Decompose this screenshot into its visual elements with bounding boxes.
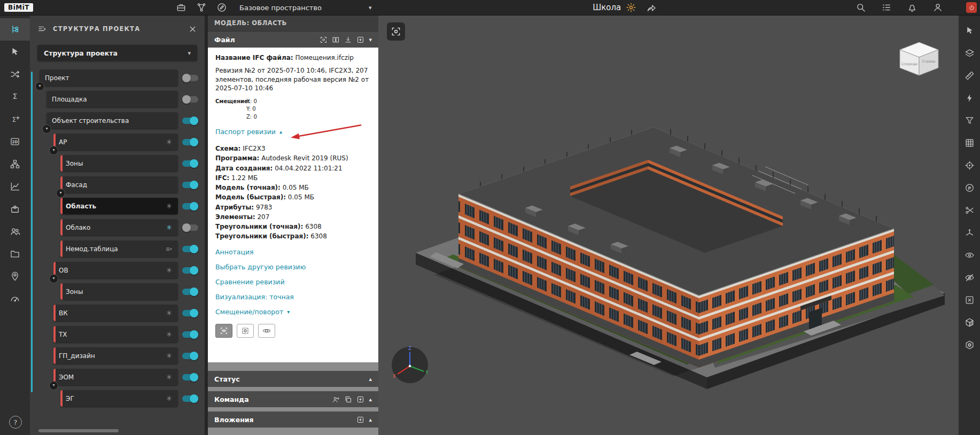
links-icon[interactable] bbox=[0, 63, 30, 86]
horizontal-scrollbar[interactable] bbox=[38, 429, 119, 432]
caret-up-icon[interactable]: ▴ bbox=[369, 416, 372, 423]
visibility-toggle[interactable] bbox=[182, 246, 198, 252]
attachments-section-header[interactable]: Вложения ▴ bbox=[208, 411, 378, 428]
copy-icon[interactable] bbox=[344, 395, 352, 403]
hierarchy-icon[interactable] bbox=[0, 153, 30, 175]
dashboard-icon[interactable] bbox=[0, 288, 30, 310]
passport-link[interactable]: Паспорт ревизии▴ bbox=[215, 128, 282, 136]
caret-up-icon[interactable]: ▴ bbox=[369, 376, 372, 383]
status-section-header[interactable]: Статус ▴ bbox=[208, 371, 378, 387]
file-section-header[interactable]: Файл ▾ bbox=[208, 31, 378, 48]
tree-row-vk[interactable]: ВК bbox=[53, 305, 178, 321]
expander-icon[interactable]: ▾ bbox=[49, 274, 58, 283]
axes-icon[interactable] bbox=[959, 221, 980, 244]
visibility-toggle[interactable] bbox=[182, 331, 198, 338]
share-icon[interactable] bbox=[646, 2, 657, 13]
tree-row-gp-design[interactable]: ГП_дизайн bbox=[53, 347, 178, 364]
2d-view-icon[interactable] bbox=[0, 130, 30, 153]
structure-mode-dropdown[interactable]: Структура проекта ▾ bbox=[37, 45, 197, 61]
tree-row-nonmodel-table[interactable]: Немод.таблица bbox=[60, 240, 178, 257]
add-icon[interactable] bbox=[356, 416, 364, 424]
tree-row-ar[interactable]: АР▾ bbox=[53, 134, 178, 150]
geo-position-icon[interactable] bbox=[0, 265, 30, 288]
team-icon[interactable] bbox=[0, 220, 30, 243]
view-settings-icon[interactable] bbox=[959, 333, 980, 356]
download-icon[interactable] bbox=[344, 36, 352, 44]
visibility-toggle[interactable] bbox=[182, 160, 198, 167]
offset-rotate-link[interactable]: Смещение/поворот▾ bbox=[215, 308, 371, 316]
visibility-toggle[interactable] bbox=[182, 395, 198, 402]
calculations-icon[interactable] bbox=[0, 86, 30, 108]
section-cut-icon[interactable] bbox=[959, 199, 980, 221]
expander-icon[interactable]: ▾ bbox=[35, 82, 44, 91]
network-icon[interactable] bbox=[196, 2, 207, 13]
help-button[interactable]: ? bbox=[9, 416, 22, 429]
quick-actions-icon[interactable] bbox=[959, 87, 980, 109]
add-user-icon[interactable] bbox=[332, 395, 340, 403]
workspace-selector[interactable]: Базовое пространство bbox=[239, 4, 322, 12]
visibility-toggle[interactable] bbox=[182, 139, 198, 145]
add-icon[interactable] bbox=[356, 395, 364, 403]
focus-element-icon[interactable] bbox=[959, 154, 980, 176]
expander-icon[interactable]: ▾ bbox=[49, 381, 58, 390]
user-icon[interactable] bbox=[932, 2, 943, 13]
visibility-toggle[interactable] bbox=[182, 310, 198, 316]
tree-row-project[interactable]: Проект▾ bbox=[40, 69, 178, 86]
visibility-toggle[interactable] bbox=[182, 182, 198, 188]
navigation-cube[interactable]: Спереди Справа bbox=[893, 35, 945, 82]
choose-revision-link[interactable]: Выбрать другую ревизию bbox=[215, 263, 371, 271]
columns-icon[interactable] bbox=[332, 36, 340, 44]
tree-row-facade[interactable]: Фасад▾ bbox=[60, 176, 178, 193]
archive-icon[interactable] bbox=[176, 2, 186, 13]
view-orbit-button[interactable] bbox=[258, 324, 275, 338]
shared-projects-icon[interactable] bbox=[0, 243, 30, 265]
alert-button[interactable] bbox=[966, 2, 977, 13]
visibility-toggle[interactable] bbox=[182, 289, 198, 295]
bell-icon[interactable] bbox=[907, 2, 917, 13]
visualization-link[interactable]: Визуализация: точная bbox=[215, 293, 371, 301]
tree-row-zones[interactable]: Зоны bbox=[60, 155, 178, 172]
visibility-toggle[interactable] bbox=[182, 224, 198, 231]
visibility-toggle[interactable] bbox=[182, 353, 198, 359]
visibility-toggle[interactable] bbox=[182, 96, 198, 103]
visibility-toggle[interactable] bbox=[182, 75, 198, 81]
shading-mode-icon[interactable] bbox=[959, 311, 980, 333]
plugins-icon[interactable] bbox=[0, 198, 30, 220]
tree-row-region-selected[interactable]: Область bbox=[60, 198, 178, 214]
panel-menu-icon[interactable] bbox=[37, 25, 46, 34]
charts-icon[interactable] bbox=[0, 175, 30, 198]
show-all-icon[interactable] bbox=[959, 244, 980, 266]
expander-icon[interactable]: ▾ bbox=[56, 189, 65, 198]
plan-icon[interactable] bbox=[959, 176, 980, 199]
measure-icon[interactable] bbox=[959, 64, 980, 87]
focus-model-button[interactable] bbox=[387, 22, 405, 41]
focus-icon[interactable] bbox=[320, 36, 328, 44]
team-section-header[interactable]: Команда ▴ bbox=[208, 391, 378, 407]
tree-row-eg[interactable]: ЭГ bbox=[60, 390, 178, 407]
tree-row-cloud[interactable]: Облако bbox=[60, 219, 178, 236]
grid-icon[interactable] bbox=[959, 131, 980, 154]
calculations-add-icon[interactable] bbox=[0, 108, 30, 130]
search-icon[interactable] bbox=[855, 2, 866, 13]
viewport-3d[interactable]: Спереди Справа Z X Y bbox=[378, 15, 959, 435]
expander-icon[interactable]: ▾ bbox=[42, 125, 51, 134]
view-eye-button[interactable] bbox=[215, 324, 232, 338]
axis-gizmo[interactable]: Z X Y bbox=[389, 344, 431, 386]
tree-row-ov[interactable]: ОВ▾ bbox=[53, 262, 178, 278]
tree-row-building[interactable]: Объект строительства▾ bbox=[46, 112, 178, 129]
visibility-toggle[interactable] bbox=[182, 267, 198, 274]
caret-down-icon[interactable]: ▾ bbox=[369, 4, 372, 11]
hide-icon[interactable] bbox=[959, 266, 980, 289]
caret-down-icon[interactable]: ▾ bbox=[369, 36, 372, 43]
filter-icon[interactable] bbox=[959, 109, 980, 131]
tree-row-zones-2[interactable]: Зоны bbox=[60, 283, 178, 300]
project-structure-icon[interactable] bbox=[0, 18, 30, 41]
visibility-toggle[interactable] bbox=[182, 374, 198, 380]
view-bounds-button[interactable] bbox=[237, 324, 254, 338]
tree-row-th[interactable]: ТХ bbox=[53, 326, 178, 343]
gear-icon[interactable] bbox=[626, 2, 636, 13]
building-model[interactable] bbox=[378, 15, 959, 435]
annotation-link[interactable]: Аннотация bbox=[215, 248, 371, 256]
edit-workspace-icon[interactable] bbox=[216, 2, 227, 13]
visibility-toggle[interactable] bbox=[182, 203, 198, 209]
